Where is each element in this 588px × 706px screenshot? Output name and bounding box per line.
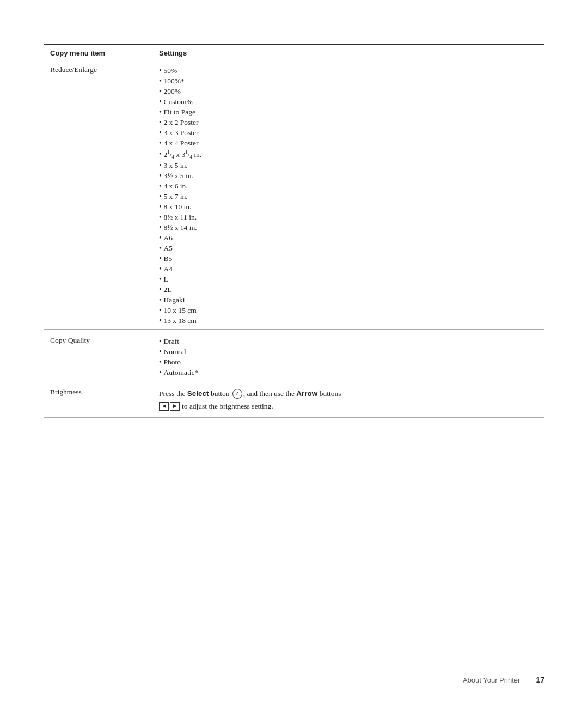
select-button-icon: ✓ [232, 389, 242, 399]
settings-list: 50% 100%* 200% Custom% Fit to Page 2 x 2… [159, 65, 538, 326]
list-item: A6 [159, 233, 538, 243]
select-label: Select [187, 389, 209, 398]
menu-item-brightness: Brightness [44, 381, 152, 418]
settings-reduce-enlarge: 50% 100%* 200% Custom% Fit to Page 2 x 2… [152, 62, 544, 330]
table-row: Brightness Press the Select button ✓, an… [44, 381, 544, 418]
list-item: Draft [159, 336, 538, 346]
table-row: Reduce/Enlarge 50% 100%* 200% Custom% Fi… [44, 62, 544, 330]
list-item: Custom% [159, 96, 538, 107]
footer-page-number: 17 [536, 675, 544, 684]
list-item: A5 [159, 243, 538, 253]
list-item: Automatic* [159, 367, 538, 378]
table-row: Copy Quality Draft Normal Photo Automati… [44, 330, 544, 381]
list-item: 8½ x 14 in. [159, 222, 538, 233]
list-item: 50% [159, 65, 538, 76]
left-arrow-icon: ◀ [159, 402, 169, 411]
settings-list: Draft Normal Photo Automatic* [159, 336, 538, 378]
list-item: 13 x 18 cm [159, 315, 538, 326]
list-item: 3½ x 5 in. [159, 171, 538, 181]
list-item: L [159, 274, 538, 284]
list-item: 8 x 10 in. [159, 202, 538, 212]
list-item: 10 x 15 cm [159, 305, 538, 315]
page-footer: About Your Printer 17 [463, 675, 544, 684]
footer-text: About Your Printer [463, 676, 520, 684]
brightness-line2: ◀ ▶ to adjust the brightness setting. [159, 402, 538, 411]
page-container: Copy menu item Settings Reduce/Enlarge 5… [0, 0, 588, 461]
arrow-buttons-icon: ◀ ▶ [159, 402, 180, 411]
brightness-text-line1: Press the Select button ✓, and then use … [159, 389, 341, 398]
list-item: 3 x 3 Poster [159, 127, 538, 138]
col-header-settings: Settings [152, 44, 544, 62]
arrow-label: Arrow [296, 389, 317, 398]
list-item: 4 x 6 in. [159, 181, 538, 191]
menu-item-reduce-enlarge: Reduce/Enlarge [44, 62, 152, 330]
settings-copy-quality: Draft Normal Photo Automatic* [152, 330, 544, 381]
settings-brightness: Press the Select button ✓, and then use … [152, 381, 544, 418]
list-item: Normal [159, 346, 538, 357]
right-arrow-icon: ▶ [170, 402, 180, 411]
list-item: 8½ x 11 in. [159, 212, 538, 222]
col-header-menu-item: Copy menu item [44, 44, 152, 62]
list-item: Fit to Page [159, 107, 538, 117]
copy-menu-table: Copy menu item Settings Reduce/Enlarge 5… [44, 44, 544, 418]
list-item: 2 x 2 Poster [159, 117, 538, 127]
footer-divider [528, 676, 528, 684]
list-item: 4 x 4 Poster [159, 138, 538, 148]
brightness-text-line2: to adjust the brightness setting. [182, 402, 273, 411]
list-item: 2L [159, 284, 538, 295]
list-item: 21/4 x 31/4 in. [159, 148, 538, 160]
list-item: 100%* [159, 76, 538, 86]
list-item: Hagaki [159, 295, 538, 305]
list-item: B5 [159, 253, 538, 264]
list-item: 5 x 7 in. [159, 191, 538, 202]
list-item: 3 x 5 in. [159, 160, 538, 171]
brightness-description: Press the Select button ✓, and then use … [159, 388, 538, 400]
menu-item-copy-quality: Copy Quality [44, 330, 152, 381]
list-item: Photo [159, 357, 538, 367]
list-item: 200% [159, 86, 538, 96]
list-item: A4 [159, 264, 538, 274]
